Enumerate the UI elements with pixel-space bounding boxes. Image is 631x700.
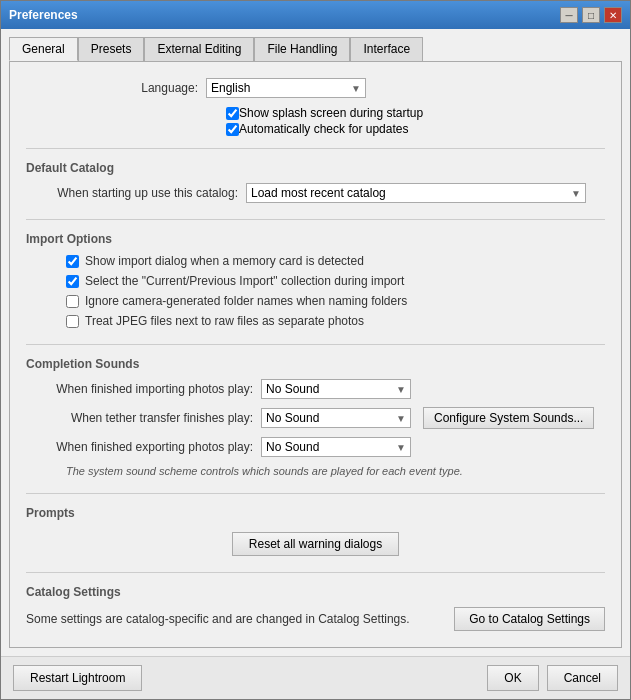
sound-arrow-3: ▼ — [396, 442, 406, 453]
catalog-settings-section: Catalog Settings Some settings are catal… — [26, 585, 605, 631]
catalog-select[interactable]: Load most recent catalog ▼ — [246, 183, 586, 203]
updates-row: Automatically check for updates — [226, 122, 605, 136]
divider-3 — [26, 344, 605, 345]
completion-sounds-section: Completion Sounds When finished importin… — [26, 357, 605, 477]
import-label-3: Ignore camera-generated folder names whe… — [85, 294, 407, 308]
sound-label-1: When finished importing photos play: — [26, 382, 261, 396]
goto-catalog-settings-button[interactable]: Go to Catalog Settings — [454, 607, 605, 631]
updates-label: Automatically check for updates — [239, 122, 408, 136]
tab-bar: General Presets External Editing File Ha… — [9, 37, 622, 61]
sound-row-1: When finished importing photos play: No … — [26, 379, 605, 399]
title-controls: ─ □ ✕ — [560, 7, 622, 23]
catalog-label: When starting up use this catalog: — [26, 186, 246, 200]
sound-arrow-2: ▼ — [396, 413, 406, 424]
import-checkbox-2[interactable] — [66, 275, 79, 288]
sound-value-1: No Sound — [266, 382, 319, 396]
sound-row-2: When tether transfer finishes play: No S… — [26, 407, 605, 429]
import-label-2: Select the "Current/Previous Import" col… — [85, 274, 404, 288]
import-option-3: Ignore camera-generated folder names whe… — [66, 294, 605, 308]
splash-label: Show splash screen during startup — [239, 106, 423, 120]
updates-checkbox[interactable] — [226, 123, 239, 136]
settings-row: Show splash screen during startup — [226, 106, 605, 120]
catalog-settings-description: Some settings are catalog-specific and a… — [26, 612, 410, 626]
sound-value-3: No Sound — [266, 440, 319, 454]
cancel-button[interactable]: Cancel — [547, 665, 618, 691]
import-checkbox-1[interactable] — [66, 255, 79, 268]
language-row: Language: English ▼ — [26, 78, 605, 98]
catalog-value: Load most recent catalog — [251, 186, 386, 200]
completion-sounds-title: Completion Sounds — [26, 357, 605, 371]
import-option-1: Show import dialog when a memory card is… — [66, 254, 605, 268]
import-options-section: Import Options Show import dialog when a… — [26, 232, 605, 328]
divider-4 — [26, 493, 605, 494]
import-label-4: Treat JPEG files next to raw files as se… — [85, 314, 364, 328]
import-option-2: Select the "Current/Previous Import" col… — [66, 274, 605, 288]
tab-interface[interactable]: Interface — [350, 37, 423, 61]
title-bar: Preferences ─ □ ✕ — [1, 1, 630, 29]
sound-label-2: When tether transfer finishes play: — [26, 411, 261, 425]
language-value: English — [211, 81, 250, 95]
catalog-row: When starting up use this catalog: Load … — [26, 183, 605, 203]
default-catalog-section: Default Catalog When starting up use thi… — [26, 161, 605, 203]
ok-button[interactable]: OK — [487, 665, 538, 691]
sound-select-1[interactable]: No Sound ▼ — [261, 379, 411, 399]
catalog-settings-title: Catalog Settings — [26, 585, 605, 599]
language-select[interactable]: English ▼ — [206, 78, 366, 98]
import-label-1: Show import dialog when a memory card is… — [85, 254, 364, 268]
default-catalog-title: Default Catalog — [26, 161, 605, 175]
sound-value-2: No Sound — [266, 411, 319, 425]
tab-presets[interactable]: Presets — [78, 37, 145, 61]
general-tab-panel: Language: English ▼ Show splash screen d… — [9, 61, 622, 648]
import-options-title: Import Options — [26, 232, 605, 246]
reset-warnings-button[interactable]: Reset all warning dialogs — [232, 532, 399, 556]
language-dropdown-arrow: ▼ — [351, 83, 361, 94]
configure-sounds-button[interactable]: Configure System Sounds... — [423, 407, 594, 429]
prompts-section: Prompts Reset all warning dialogs — [26, 506, 605, 556]
window-title: Preferences — [9, 8, 78, 22]
sound-row-3: When finished exporting photos play: No … — [26, 437, 605, 457]
reset-btn-container: Reset all warning dialogs — [26, 532, 605, 556]
prompts-title: Prompts — [26, 506, 605, 520]
catalog-dropdown-arrow: ▼ — [571, 188, 581, 199]
preferences-window: Preferences ─ □ ✕ General Presets Extern… — [0, 0, 631, 700]
maximize-button[interactable]: □ — [582, 7, 600, 23]
splash-checkbox[interactable] — [226, 107, 239, 120]
sound-label-3: When finished exporting photos play: — [26, 440, 261, 454]
sound-select-2[interactable]: No Sound ▼ — [261, 408, 411, 428]
catalog-settings-row: Some settings are catalog-specific and a… — [26, 607, 605, 631]
import-checkbox-4[interactable] — [66, 315, 79, 328]
sound-note: The system sound scheme controls which s… — [66, 465, 605, 477]
minimize-button[interactable]: ─ — [560, 7, 578, 23]
main-content: General Presets External Editing File Ha… — [1, 29, 630, 656]
sound-select-3[interactable]: No Sound ▼ — [261, 437, 411, 457]
restart-lightroom-button[interactable]: Restart Lightroom — [13, 665, 142, 691]
import-checkbox-3[interactable] — [66, 295, 79, 308]
divider-1 — [26, 148, 605, 149]
tab-external-editing[interactable]: External Editing — [144, 37, 254, 61]
tab-general[interactable]: General — [9, 37, 78, 61]
tab-file-handling[interactable]: File Handling — [254, 37, 350, 61]
import-option-4: Treat JPEG files next to raw files as se… — [66, 314, 605, 328]
close-button[interactable]: ✕ — [604, 7, 622, 23]
bottom-bar: Restart Lightroom OK Cancel — [1, 656, 630, 699]
sound-arrow-1: ▼ — [396, 384, 406, 395]
divider-2 — [26, 219, 605, 220]
language-label: Language: — [26, 81, 206, 95]
divider-5 — [26, 572, 605, 573]
bottom-right-buttons: OK Cancel — [487, 665, 618, 691]
